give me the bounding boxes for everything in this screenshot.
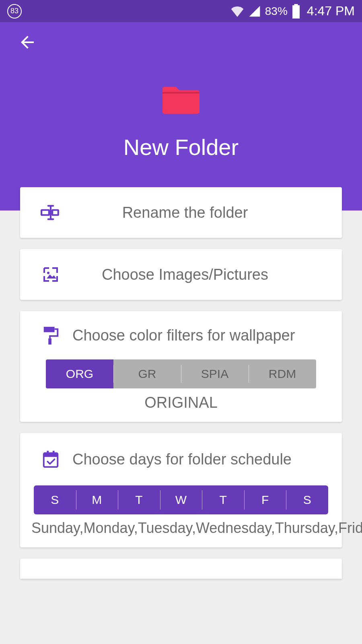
rename-card[interactable]: Rename the folder: [20, 187, 342, 238]
filter-option-rdm[interactable]: RDM: [249, 359, 316, 388]
image-picker-icon: [40, 265, 61, 284]
next-card-peek[interactable]: [20, 559, 342, 579]
schedule-label: Choose days for folder schedule: [61, 451, 330, 468]
battery-percent: 83%: [265, 5, 288, 18]
days-segmented: S M T W T F S: [34, 485, 328, 514]
svg-rect-3: [162, 92, 200, 93]
filter-option-org[interactable]: ORG: [46, 359, 113, 388]
svg-rect-2: [293, 6, 299, 8]
svg-rect-12: [44, 453, 58, 457]
day-tue[interactable]: T: [118, 485, 160, 514]
back-button[interactable]: [16, 31, 39, 54]
paint-roller-icon: [40, 325, 61, 345]
choose-images-label: Choose Images/Pictures: [61, 266, 330, 283]
wifi-icon: [230, 6, 244, 17]
folder-icon: [161, 82, 201, 117]
svg-rect-4: [41, 210, 49, 215]
svg-rect-14: [53, 451, 55, 455]
arrow-left-icon: [18, 33, 37, 52]
day-wed[interactable]: W: [160, 485, 202, 514]
battery-icon: [292, 4, 300, 19]
calendar-check-icon: [40, 449, 61, 469]
choose-images-card[interactable]: Choose Images/Pictures: [20, 249, 342, 300]
filters-label: Choose color filters for wallpaper: [61, 327, 330, 344]
filter-selected-label: ORIGINAL: [20, 394, 342, 422]
page-title: New Folder: [123, 134, 239, 160]
day-sun[interactable]: S: [34, 485, 76, 514]
status-badge: 83: [7, 4, 22, 19]
filters-card: Choose color filters for wallpaper ORG G…: [20, 311, 342, 422]
schedule-selected-label: Sunday,Monday,Tuesday,Wednesday,Thursday…: [20, 518, 342, 547]
filter-option-gr[interactable]: GR: [113, 359, 181, 388]
day-sat[interactable]: S: [286, 485, 328, 514]
svg-rect-10: [48, 339, 51, 345]
svg-point-8: [47, 272, 49, 274]
rename-icon: [40, 204, 61, 221]
day-fri[interactable]: F: [244, 485, 286, 514]
app-header: New Folder: [0, 22, 362, 211]
filter-option-spia[interactable]: SPIA: [181, 359, 249, 388]
filter-segmented: ORG GR SPIA RDM: [46, 359, 316, 388]
status-bar: 83 83% 4:47 PM: [0, 0, 362, 22]
day-thu[interactable]: T: [202, 485, 244, 514]
day-mon[interactable]: M: [76, 485, 118, 514]
svg-rect-13: [47, 451, 49, 455]
signal-icon: [248, 6, 261, 17]
svg-rect-9: [44, 327, 55, 332]
rename-label: Rename the folder: [61, 204, 330, 221]
status-time: 4:47 PM: [307, 4, 355, 19]
svg-rect-1: [294, 4, 298, 6]
schedule-card: Choose days for folder schedule S M T W …: [20, 433, 342, 547]
